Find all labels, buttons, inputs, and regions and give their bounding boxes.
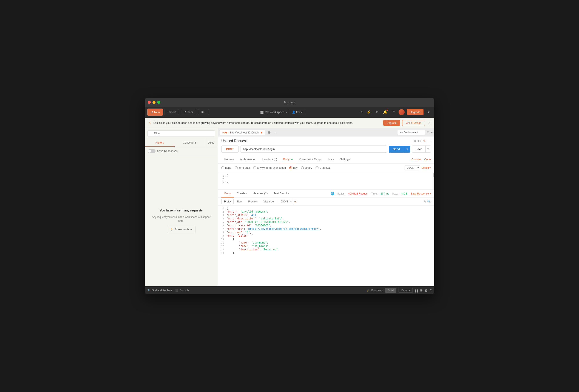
banner-usage-button[interactable]: Check Usage (402, 120, 425, 126)
request-info-button[interactable]: ☰ (428, 139, 431, 143)
edit-request-button[interactable]: ✎ (423, 139, 426, 143)
globe-icon: 🌐 (331, 192, 334, 195)
build-mode-button[interactable]: Build (385, 288, 397, 293)
more-tabs-button[interactable]: ··· (273, 129, 279, 135)
response-tab-headers[interactable]: Headers (2) (250, 190, 271, 198)
tab-authorization[interactable]: Authorization (237, 155, 259, 163)
url-input[interactable] (240, 146, 387, 153)
tab-tests[interactable]: Tests (324, 155, 337, 163)
response-tabs-row: Body Cookies Headers (2) Test Results 🌐 … (218, 190, 434, 198)
env-preview-button[interactable]: 👁 (427, 131, 430, 134)
layout-button[interactable]: ⊞ ▾ (198, 109, 209, 115)
minimize-button[interactable] (152, 101, 155, 104)
avatar[interactable] (399, 109, 405, 115)
tab-pre-request[interactable]: Pre-request Script (296, 155, 324, 163)
request-tab-bar: POST http://localhost:8080/login ⊕ ··· N… (218, 128, 434, 136)
show-me-how-button[interactable]: 🏃 Show me how (167, 226, 196, 233)
option-binary[interactable]: binary (301, 166, 312, 169)
runner-button[interactable]: Runner (181, 109, 196, 115)
response-tab-test-results[interactable]: Test Results (271, 190, 292, 198)
option-urlencoded[interactable]: x-www-form-urlencoded (253, 166, 286, 169)
filter-response-button[interactable]: ≡ (294, 200, 296, 204)
method-select[interactable]: POST (221, 146, 238, 153)
tab-apis[interactable]: APIs (205, 139, 218, 147)
tab-collections[interactable]: Collections (175, 139, 205, 147)
option-graphql[interactable]: GraphQL (315, 166, 330, 169)
close-button[interactable] (148, 101, 151, 104)
console-button[interactable]: ⬛ Console (175, 289, 189, 292)
tab-params[interactable]: Params (221, 155, 237, 163)
workspace-button[interactable]: My Workspace ▾ (260, 109, 287, 115)
copy-response-button[interactable]: ⎘ (424, 200, 426, 203)
fmt-tab-raw[interactable]: Raw (234, 199, 245, 204)
response-format-select[interactable]: JSON (278, 199, 293, 204)
option-form-data[interactable]: form-data (235, 166, 250, 169)
main-content: 🔍 History Collections APIs (145, 128, 434, 286)
code-link[interactable]: Code (424, 156, 431, 163)
layout-split-button[interactable] (415, 288, 418, 292)
filter-input[interactable] (147, 130, 215, 136)
sync-button[interactable]: ⟳ (358, 109, 364, 115)
tab-url-text: http://localhost:8080/login (230, 131, 259, 134)
beautify-button[interactable]: Beautify (422, 166, 431, 169)
body-format-select[interactable]: JSON (405, 165, 420, 170)
save-response-button[interactable]: Save Response ▾ (411, 192, 431, 195)
send-button[interactable]: Send (389, 146, 404, 153)
maximize-button[interactable] (157, 101, 160, 104)
fmt-tab-visualize[interactable]: Visualize (261, 199, 276, 204)
tab-history[interactable]: History (145, 139, 175, 147)
app-window: Postman ⊕ New Import Runner ⊞ ▾ My Works… (145, 98, 434, 294)
find-replace-button[interactable]: 🔍 Find and Replace (147, 289, 172, 292)
new-tab-button[interactable]: ⊕ (266, 129, 272, 135)
settings-button[interactable]: ⚙ (374, 109, 380, 115)
banner-close-button[interactable]: ✕ (428, 121, 431, 125)
save-responses-toggle[interactable] (148, 149, 155, 153)
new-button[interactable]: ⊕ New (147, 109, 163, 116)
favorites-button[interactable]: ♡ (390, 109, 396, 115)
save-responses-label: Save Responses (157, 150, 178, 153)
code-line-3: 3 } (218, 181, 434, 184)
import-button[interactable]: Import (164, 109, 179, 115)
help-button[interactable]: ? (430, 289, 432, 292)
upgrade-button[interactable]: Upgrade (407, 109, 424, 115)
env-settings-button[interactable]: ≡ (431, 131, 433, 134)
save-button-group: Save ▾ (412, 146, 431, 153)
line-content-3: } (226, 181, 228, 184)
request-title-row: Untitled Request BUILD ✎ ☰ (221, 139, 431, 143)
extensions-button[interactable]: ⚡ (366, 109, 372, 115)
bootcamp-button[interactable]: 🎓 Bootcamp (367, 289, 383, 292)
search-response-button[interactable]: 🔍 (427, 200, 431, 203)
environment-select[interactable]: No Environment (397, 130, 425, 135)
layout-full-button[interactable]: ⊟ (420, 289, 423, 292)
send-caret-button[interactable]: ▾ (404, 146, 410, 153)
resp-line-4: 4 "error_description": "Validate fail", (218, 217, 434, 220)
response-meta: 🌐 Status: 400 Bad Request Time: 257 ms S… (331, 192, 431, 195)
request-body-editor[interactable]: 1 { 2 3 } (218, 172, 434, 190)
tab-body[interactable]: Body ● (280, 155, 296, 163)
notifications-button[interactable]: 🔔 (382, 109, 388, 115)
binary-radio (301, 166, 304, 169)
cookies-link[interactable]: Cookies (411, 156, 422, 163)
fmt-tab-preview[interactable]: Preview (246, 199, 260, 204)
save-button[interactable]: Save (412, 146, 426, 153)
banner-upgrade-button[interactable]: Upgrade (383, 120, 400, 126)
tab-headers[interactable]: Headers (8) (259, 155, 280, 163)
bootcamp-icon: 🎓 (367, 289, 370, 292)
console-icon: ⬛ (175, 289, 179, 292)
resp-line-12: 12 "code": "not_blank", (218, 244, 434, 248)
browse-mode-button[interactable]: Browse (399, 288, 413, 293)
request-tab-active[interactable]: POST http://localhost:8080/login (219, 130, 265, 135)
upgrade-caret-button[interactable]: ▾ (426, 109, 432, 115)
graphql-label: GraphQL (319, 166, 330, 169)
save-caret-button[interactable]: ▾ (426, 146, 431, 153)
option-raw[interactable]: raw (289, 166, 297, 169)
trash-button[interactable]: 🗑 (425, 289, 428, 292)
response-tab-cookies[interactable]: Cookies (234, 190, 250, 198)
body-opts-right: JSON Beautify (405, 165, 431, 170)
option-none[interactable]: none (221, 166, 231, 169)
fmt-tab-pretty[interactable]: Pretty (221, 199, 234, 204)
response-tab-body[interactable]: Body (221, 190, 234, 198)
invite-button[interactable]: 👤 Invite (289, 109, 306, 115)
editor-scrollbar[interactable] (433, 172, 434, 189)
tab-settings[interactable]: Settings (337, 155, 353, 163)
